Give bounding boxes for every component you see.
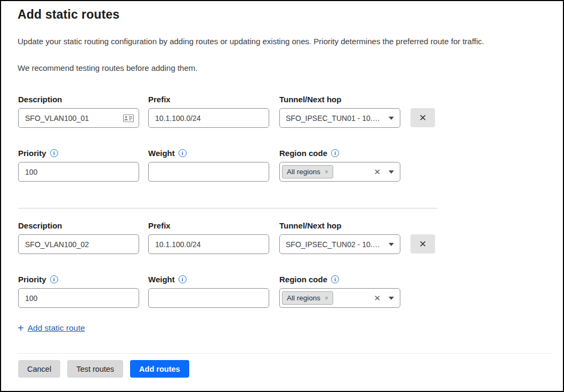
prefix-input[interactable] (148, 108, 269, 128)
tag-remove-icon[interactable]: × (325, 169, 328, 175)
info-icon[interactable]: i (331, 149, 339, 157)
region-tag: All regions × (282, 291, 333, 305)
region-label-text: Region code (279, 275, 327, 284)
description-label: Description (18, 221, 62, 230)
add-static-route-link[interactable]: Add static route (28, 323, 85, 333)
prefix-label: Prefix (148, 95, 171, 104)
section-divider (18, 208, 437, 209)
description-label-text: Description (18, 221, 62, 230)
chevron-down-icon (389, 117, 394, 120)
priority-label: Priority i (18, 275, 58, 284)
footer-actions: Cancel Test routes Add routes (18, 360, 189, 378)
cancel-button[interactable]: Cancel (18, 360, 60, 378)
description-input[interactable] (18, 108, 139, 128)
tunnel-select-value: SFO_IPSEC_TUN02 - 10.25... (286, 240, 381, 249)
tag-remove-icon[interactable]: × (325, 295, 328, 301)
region-select[interactable]: All regions × ✕ (279, 288, 400, 308)
weight-input[interactable] (148, 288, 269, 308)
clear-icon[interactable]: ✕ (374, 168, 381, 176)
description-input[interactable] (18, 234, 139, 254)
info-icon[interactable]: i (179, 149, 187, 157)
priority-input[interactable] (18, 162, 139, 182)
chevron-down-icon (389, 297, 394, 300)
tunnel-label: Tunnel/Next hop (279, 95, 341, 104)
tunnel-select-value: SFO_IPSEC_TUN01 - 10.25... (286, 114, 381, 123)
info-icon[interactable]: i (50, 149, 58, 157)
add-static-routes-dialog: Add static routes Update your static rou… (0, 0, 564, 392)
tunnel-label: Tunnel/Next hop (279, 221, 341, 230)
priority-label-text: Priority (18, 149, 46, 158)
tunnel-label-text: Tunnel/Next hop (279, 95, 341, 104)
test-routes-button[interactable]: Test routes (67, 360, 123, 378)
region-tag-label: All regions (287, 168, 320, 176)
info-icon[interactable]: i (331, 275, 339, 283)
tunnel-select[interactable]: SFO_IPSEC_TUN02 - 10.25... (279, 234, 400, 254)
weight-input[interactable] (148, 162, 269, 182)
footer-divider (17, 353, 552, 354)
info-icon[interactable]: i (179, 275, 187, 283)
priority-label: Priority i (18, 149, 58, 158)
region-select[interactable]: All regions × ✕ (279, 162, 400, 182)
chevron-down-icon (389, 170, 394, 174)
intro-text: Update your static routing configuration… (18, 36, 552, 47)
chevron-down-icon (389, 243, 394, 246)
description-label: Description (18, 95, 62, 104)
remove-route-button[interactable]: ✕ (410, 234, 435, 254)
tunnel-label-text: Tunnel/Next hop (279, 221, 341, 230)
note-text: We recommend testing routes before addin… (18, 63, 552, 72)
add-static-route-row: + Add static route (18, 323, 85, 333)
region-label: Region code i (279, 275, 339, 284)
prefix-label-text: Prefix (148, 95, 171, 104)
tunnel-select[interactable]: SFO_IPSEC_TUN01 - 10.25... (279, 108, 400, 128)
weight-label-text: Weight (148, 275, 175, 284)
weight-label-text: Weight (148, 149, 175, 158)
region-label: Region code i (279, 149, 339, 158)
contact-card-icon (123, 114, 134, 122)
prefix-input[interactable] (148, 234, 269, 254)
weight-label: Weight i (148, 149, 187, 158)
priority-label-text: Priority (18, 275, 46, 284)
clear-icon[interactable]: ✕ (374, 294, 381, 302)
region-tag: All regions × (282, 165, 333, 178)
description-field-wrap (18, 108, 139, 128)
region-label-text: Region code (279, 149, 327, 158)
remove-route-button[interactable]: ✕ (410, 108, 435, 127)
page-title: Add static routes (18, 7, 119, 22)
add-routes-button[interactable]: Add routes (130, 360, 189, 378)
prefix-label-text: Prefix (148, 221, 171, 230)
priority-input[interactable] (18, 288, 139, 308)
region-tag-label: All regions (287, 294, 320, 302)
plus-icon: + (18, 323, 24, 333)
prefix-label: Prefix (148, 221, 171, 230)
weight-label: Weight i (148, 275, 187, 284)
info-icon[interactable]: i (50, 275, 58, 283)
description-label-text: Description (18, 95, 62, 104)
